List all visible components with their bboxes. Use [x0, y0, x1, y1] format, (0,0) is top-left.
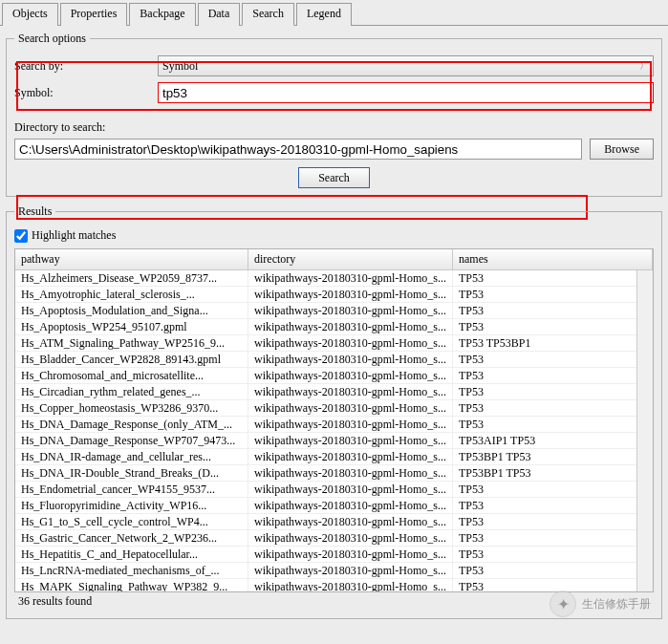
cell-directory: wikipathways-20180310-gpml-Homo_s... [248, 335, 453, 351]
cell-directory: wikipathways-20180310-gpml-Homo_s... [248, 303, 453, 318]
cell-pathway: Hs_Circadian_rythm_related_genes_... [15, 384, 248, 399]
cell-names: TP53 [453, 270, 653, 286]
symbol-input[interactable] [158, 82, 654, 103]
cell-names: TP53 [453, 319, 653, 334]
cell-directory: wikipathways-20180310-gpml-Homo_s... [248, 368, 453, 383]
cell-pathway: Hs_Gastric_Cancer_Network_2_WP236... [15, 530, 248, 546]
table-row[interactable]: Hs_Chromosomal_and_microsatellite...wiki… [15, 368, 653, 384]
cell-directory: wikipathways-20180310-gpml-Homo_s... [248, 319, 453, 334]
cell-pathway: Hs_Apoptosis_Modulation_and_Signa... [15, 303, 248, 318]
table-row[interactable]: Hs_DNA_IR-Double_Strand_Breaks_(D...wiki… [15, 465, 653, 482]
search-options-legend: Search options [14, 32, 90, 46]
status-text: 36 results found [14, 592, 654, 611]
cell-pathway: Hs_Alzheimers_Disease_WP2059_8737... [15, 270, 248, 286]
cell-names: TP53 [453, 303, 653, 318]
table-row[interactable]: Hs_G1_to_S_cell_cycle_control_WP4...wiki… [15, 514, 653, 530]
search-by-select[interactable]: Symbol 〉 [158, 55, 654, 76]
cell-names: TP53 [453, 417, 653, 432]
table-header: pathway directory names [15, 249, 653, 270]
highlight-matches-row[interactable]: Highlight matches [14, 228, 654, 243]
table-row[interactable]: Hs_Fluoropyrimidine_Activity_WP16...wiki… [15, 498, 653, 514]
table-row[interactable]: Hs_LncRNA-mediated_mechanisms_of_...wiki… [15, 563, 653, 579]
table-row[interactable]: Hs_Bladder_Cancer_WP2828_89143.gpmlwikip… [15, 352, 653, 368]
tab-backpage[interactable]: Backpage [129, 3, 195, 26]
table-row[interactable]: Hs_DNA_Damage_Response_WP707_9473...wiki… [15, 433, 653, 449]
cell-pathway: Hs_Bladder_Cancer_WP2828_89143.gpml [15, 352, 248, 367]
cell-names: TP53 [453, 482, 653, 497]
table-row[interactable]: Hs_DNA_Damage_Response_(only_ATM_...wiki… [15, 417, 653, 433]
cell-directory: wikipathways-20180310-gpml-Homo_s... [248, 547, 453, 562]
tab-objects[interactable]: Objects [2, 3, 58, 26]
browse-button[interactable]: Browse [590, 139, 654, 160]
cell-pathway: Hs_ATM_Signaling_Pathway_WP2516_9... [15, 335, 248, 351]
cell-pathway: Hs_Hepatitis_C_and_Hepatocellular... [15, 547, 248, 562]
cell-pathway: Hs_DNA_Damage_Response_(only_ATM_... [15, 417, 248, 432]
symbol-label: Symbol: [14, 86, 158, 100]
cell-pathway: Hs_MAPK_Signaling_Pathway_WP382_9... [15, 579, 248, 592]
cell-directory: wikipathways-20180310-gpml-Homo_s... [248, 530, 453, 546]
table-row[interactable]: Hs_Apoptosis_Modulation_and_Signa...wiki… [15, 303, 653, 319]
table-row[interactable]: Hs_ATM_Signaling_Pathway_WP2516_9...wiki… [15, 335, 653, 352]
scrollbar[interactable] [636, 270, 653, 591]
table-row[interactable]: Hs_DNA_IR-damage_and_cellular_res...wiki… [15, 449, 653, 465]
cell-pathway: Hs_Amyotrophic_lateral_sclerosis_... [15, 287, 248, 302]
tab-data[interactable]: Data [198, 3, 241, 26]
results-legend: Results [14, 204, 55, 219]
search-panel: Search options Search by: Symbol 〉 Symbo… [0, 25, 668, 633]
cell-pathway: Hs_LncRNA-mediated_mechanisms_of_... [15, 563, 248, 578]
tab-properties[interactable]: Properties [60, 3, 128, 26]
cell-directory: wikipathways-20180310-gpml-Homo_s... [248, 563, 453, 578]
search-button[interactable]: Search [298, 167, 370, 188]
directory-input[interactable] [14, 139, 582, 160]
cell-directory: wikipathways-20180310-gpml-Homo_s... [248, 270, 453, 286]
cell-pathway: Hs_Apoptosis_WP254_95107.gpml [15, 319, 248, 334]
table-body: Hs_Alzheimers_Disease_WP2059_8737...wiki… [15, 270, 653, 592]
cell-names: TP53BP1 TP53 [453, 465, 653, 481]
cell-names: TP53 TP53BP1 [453, 335, 653, 351]
table-row[interactable]: Hs_Copper_homeostasis_WP3286_9370...wiki… [15, 400, 653, 417]
highlight-label: Highlight matches [32, 228, 116, 243]
cell-directory: wikipathways-20180310-gpml-Homo_s... [248, 482, 453, 497]
tab-legend[interactable]: Legend [296, 3, 352, 26]
table-row[interactable]: Hs_Gastric_Cancer_Network_2_WP236...wiki… [15, 530, 653, 547]
directory-label: Directory to search: [14, 120, 654, 135]
cell-pathway: Hs_Fluoropyrimidine_Activity_WP16... [15, 498, 248, 513]
highlight-checkbox[interactable] [14, 229, 28, 243]
col-pathway[interactable]: pathway [15, 249, 248, 269]
cell-names: TP53 [453, 384, 653, 399]
col-names[interactable]: names [453, 249, 653, 269]
tab-search[interactable]: Search [242, 3, 294, 26]
results-group: Results Highlight matches pathway direct… [6, 204, 662, 619]
table-row[interactable]: Hs_Circadian_rythm_related_genes_...wiki… [15, 384, 653, 400]
cell-names: TP53 [453, 579, 653, 592]
results-table: pathway directory names Hs_Alzheimers_Di… [14, 248, 654, 592]
table-row[interactable]: Hs_Amyotrophic_lateral_sclerosis_...wiki… [15, 287, 653, 303]
cell-directory: wikipathways-20180310-gpml-Homo_s... [248, 514, 453, 529]
chevron-down-icon: 〉 [639, 59, 649, 73]
cell-names: TP53AIP1 TP53 [453, 433, 653, 448]
cell-pathway: Hs_Chromosomal_and_microsatellite... [15, 368, 248, 383]
cell-directory: wikipathways-20180310-gpml-Homo_s... [248, 465, 453, 481]
table-row[interactable]: Hs_Alzheimers_Disease_WP2059_8737...wiki… [15, 270, 653, 287]
cell-names: TP53BP1 TP53 [453, 449, 653, 464]
tab-bar: ObjectsPropertiesBackpageDataSearchLegen… [0, 0, 668, 25]
cell-pathway: Hs_DNA_IR-damage_and_cellular_res... [15, 449, 248, 464]
search-options-group: Search options Search by: Symbol 〉 Symbo… [6, 32, 662, 197]
cell-directory: wikipathways-20180310-gpml-Homo_s... [248, 384, 453, 399]
cell-directory: wikipathways-20180310-gpml-Homo_s... [248, 417, 453, 432]
cell-pathway: Hs_DNA_IR-Double_Strand_Breaks_(D... [15, 465, 248, 481]
cell-directory: wikipathways-20180310-gpml-Homo_s... [248, 287, 453, 302]
table-row[interactable]: Hs_Endometrial_cancer_WP4155_9537...wiki… [15, 482, 653, 498]
search-by-label: Search by: [14, 59, 158, 74]
cell-names: TP53 [453, 287, 653, 302]
table-row[interactable]: Hs_Hepatitis_C_and_Hepatocellular...wiki… [15, 547, 653, 563]
cell-directory: wikipathways-20180310-gpml-Homo_s... [248, 498, 453, 513]
cell-names: TP53 [453, 514, 653, 529]
search-by-value: Symbol [162, 59, 198, 74]
table-row[interactable]: Hs_Apoptosis_WP254_95107.gpmlwikipathway… [15, 319, 653, 335]
table-row[interactable]: Hs_MAPK_Signaling_Pathway_WP382_9...wiki… [15, 579, 653, 592]
col-directory[interactable]: directory [248, 249, 453, 269]
cell-directory: wikipathways-20180310-gpml-Homo_s... [248, 433, 453, 448]
cell-directory: wikipathways-20180310-gpml-Homo_s... [248, 352, 453, 367]
cell-directory: wikipathways-20180310-gpml-Homo_s... [248, 449, 453, 464]
